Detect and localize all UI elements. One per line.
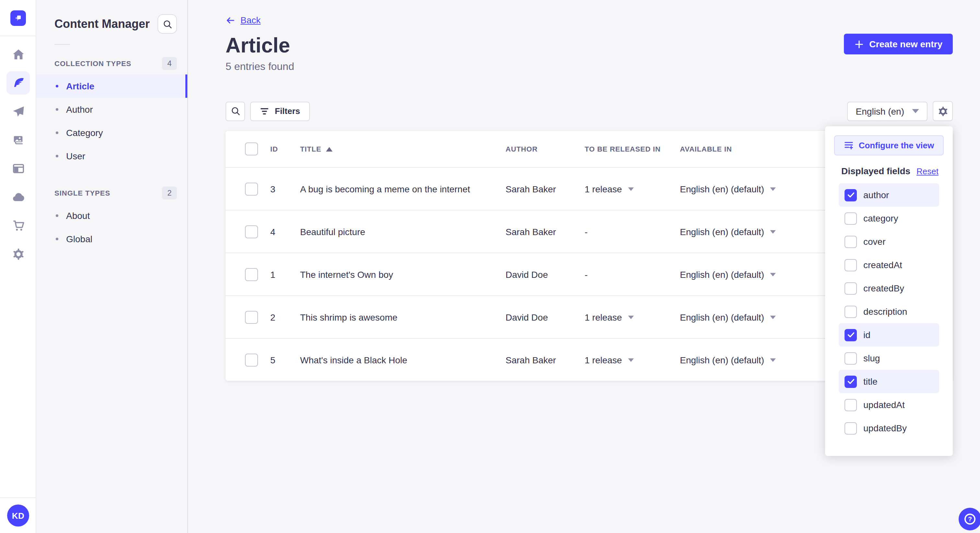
page-title: Article xyxy=(226,34,290,57)
sidebar-item-label: Category xyxy=(66,128,103,138)
row-checkbox[interactable] xyxy=(245,353,258,366)
configure-view-icon xyxy=(844,141,854,150)
field-option-slug[interactable]: slug xyxy=(839,346,939,370)
field-label: author xyxy=(863,190,889,200)
home-icon[interactable] xyxy=(6,43,30,66)
checkbox-icon xyxy=(845,399,857,411)
field-option-description[interactable]: description xyxy=(839,300,939,323)
column-header-to-be-released-in[interactable]: TO BE RELEASED IN xyxy=(585,145,668,153)
content-manager-sidebar: Content Manager COLLECTION TYPES 4 Artic… xyxy=(36,0,188,533)
field-option-updatedAt[interactable]: updatedAt xyxy=(839,393,939,416)
sidebar-divider xyxy=(54,44,70,45)
displayed-fields-list: author category cover createdAt createdB… xyxy=(825,183,953,440)
checkbox-checked-icon xyxy=(845,329,857,341)
content-manager-icon[interactable] xyxy=(6,71,30,95)
bullet-icon xyxy=(56,108,58,111)
sidebar-item-label: Author xyxy=(66,104,93,115)
row-checkbox[interactable] xyxy=(245,311,258,324)
row-checkbox[interactable] xyxy=(245,182,258,195)
rail-nav xyxy=(0,43,36,265)
cell-author: Sarah Baker xyxy=(506,184,572,194)
sidebar-search-button[interactable] xyxy=(158,14,177,34)
bullet-icon xyxy=(56,132,58,134)
chevron-down-icon xyxy=(912,109,919,113)
field-option-author[interactable]: author xyxy=(839,183,939,206)
search-icon xyxy=(162,19,172,29)
row-checkbox[interactable] xyxy=(245,268,258,281)
column-header-author[interactable]: AUTHOR xyxy=(506,145,572,153)
column-header-id[interactable]: ID xyxy=(270,145,288,153)
cell-author: David Doe xyxy=(506,312,572,322)
release-value: 1 release xyxy=(585,355,622,365)
chevron-down-icon xyxy=(628,315,633,319)
chevron-down-icon xyxy=(628,358,633,362)
cell-title: What's inside a Black Hole xyxy=(300,355,493,365)
field-label: cover xyxy=(863,236,885,247)
sidebar-item-about[interactable]: About xyxy=(36,204,187,227)
single-types-list: About Global xyxy=(36,204,187,251)
locale-cell-value: English (en) (default) xyxy=(680,269,764,279)
create-new-entry-button[interactable]: Create new entry xyxy=(844,34,953,54)
single-types-count-badge: 2 xyxy=(162,187,177,200)
sidebar-item-global[interactable]: Global xyxy=(36,227,187,251)
field-label: description xyxy=(863,306,907,317)
field-option-createdBy[interactable]: createdBy xyxy=(839,276,939,300)
table-search-button[interactable] xyxy=(226,102,245,121)
configure-the-view-button[interactable]: Configure the view xyxy=(834,135,944,155)
cell-author: Sarah Baker xyxy=(506,355,572,365)
sidebar-item-author[interactable]: Author xyxy=(36,98,187,121)
cell-to-be-released-in[interactable]: 1 release xyxy=(585,355,668,365)
avatar[interactable]: KD xyxy=(7,504,29,527)
reset-link[interactable]: Reset xyxy=(916,166,939,176)
field-option-createdAt[interactable]: createdAt xyxy=(839,253,939,276)
row-checkbox[interactable] xyxy=(245,225,258,238)
strapi-mark-icon xyxy=(13,13,22,22)
list-toolbar: Filters English (en) xyxy=(226,101,953,121)
locale-select[interactable]: English (en) xyxy=(848,102,928,121)
release-value: 1 release xyxy=(585,312,622,322)
sidebar-item-category[interactable]: Category xyxy=(36,121,187,144)
column-header-title[interactable]: TITLE xyxy=(300,145,493,153)
collection-types-count-badge: 4 xyxy=(162,57,177,70)
cell-title: This shrimp is awesome xyxy=(300,312,493,322)
locale-cell-value: English (en) (default) xyxy=(680,312,764,322)
checkbox-icon xyxy=(845,259,857,271)
back-link[interactable]: Back xyxy=(226,15,261,25)
checkbox-icon xyxy=(845,352,857,364)
cell-to-be-released-in[interactable]: 1 release xyxy=(585,184,668,194)
field-option-category[interactable]: category xyxy=(839,206,939,230)
bullet-icon xyxy=(56,214,58,217)
sidebar-item-user[interactable]: User xyxy=(36,144,187,168)
field-option-cover[interactable]: cover xyxy=(839,230,939,253)
media-library-icon[interactable] xyxy=(6,128,30,152)
releases-icon[interactable] xyxy=(6,100,30,123)
marketplace-icon[interactable] xyxy=(6,214,30,237)
field-option-title[interactable]: title xyxy=(839,370,939,393)
sort-ascending-icon xyxy=(326,147,332,151)
cell-to-be-released-in: - xyxy=(585,269,668,279)
field-option-updatedBy[interactable]: updatedBy xyxy=(839,416,939,440)
locale-cell-value: English (en) (default) xyxy=(680,355,764,365)
field-label: createdBy xyxy=(863,283,904,293)
filters-label: Filters xyxy=(275,106,300,116)
checkbox-icon xyxy=(845,212,857,224)
sidebar-item-article[interactable]: Article xyxy=(36,75,187,98)
content-type-builder-icon[interactable] xyxy=(6,157,30,180)
back-label: Back xyxy=(240,15,261,25)
sidebar-item-label: About xyxy=(66,211,90,221)
field-option-id[interactable]: id xyxy=(839,323,939,346)
strapi-logo[interactable] xyxy=(10,10,25,25)
cloud-icon[interactable] xyxy=(6,185,30,209)
cell-id: 1 xyxy=(270,269,288,279)
checkbox-icon xyxy=(845,305,857,318)
field-label: slug xyxy=(863,353,880,363)
logo-section xyxy=(0,0,36,36)
help-button[interactable]: ? xyxy=(959,508,980,530)
cell-to-be-released-in: - xyxy=(585,226,668,237)
settings-icon[interactable] xyxy=(6,242,30,265)
cell-to-be-released-in[interactable]: 1 release xyxy=(585,312,668,322)
field-label: updatedBy xyxy=(863,423,907,433)
select-all-checkbox[interactable] xyxy=(245,143,258,155)
filters-button[interactable]: Filters xyxy=(250,102,310,121)
view-settings-button[interactable] xyxy=(933,101,953,121)
